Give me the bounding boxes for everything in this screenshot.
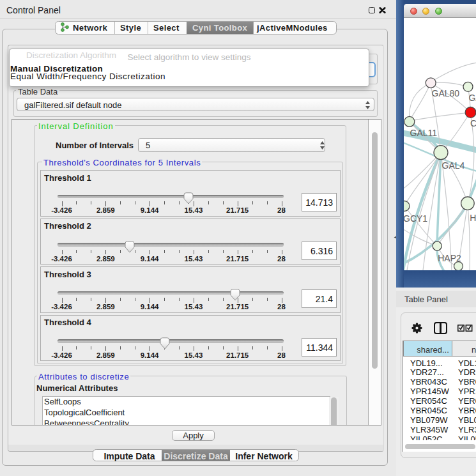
svg-text:GAL7: GAL7 (469, 93, 476, 103)
svg-text:GCY1: GCY1 (404, 213, 427, 224)
svg-text:HAP2: HAP2 (438, 253, 461, 263)
svg-text:CRO: CRO (470, 118, 476, 128)
svg-text:GAL4: GAL4 (442, 160, 465, 171)
svg-text:HIS: HIS (470, 213, 476, 223)
svg-text:GAL80: GAL80 (432, 88, 460, 98)
svg-text:GAL11: GAL11 (410, 128, 438, 138)
